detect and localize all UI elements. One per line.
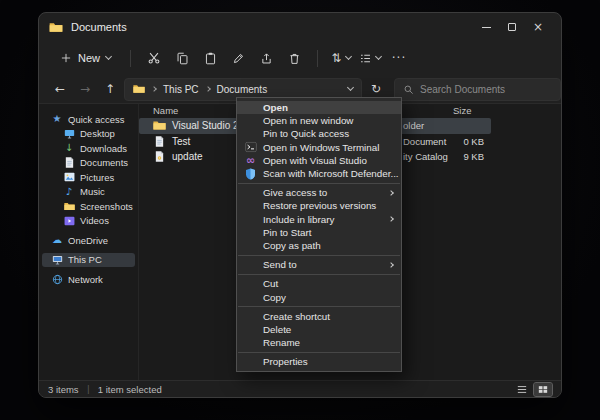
window-title: Documents bbox=[71, 21, 127, 33]
sidebar-item-onedrive[interactable]: ☁ OneDrive bbox=[42, 233, 135, 248]
close-button[interactable]: × bbox=[525, 17, 551, 37]
menu-separator bbox=[238, 306, 400, 307]
status-bar: 3 items | 1 item selected bbox=[39, 380, 561, 397]
menu-item-pin-to-quick-access[interactable]: Pin to Quick access bbox=[237, 127, 401, 140]
file-type: older bbox=[403, 120, 424, 131]
more-button[interactable]: ··· bbox=[386, 45, 412, 71]
sidebar-item-label: OneDrive bbox=[68, 235, 108, 246]
cut-button[interactable] bbox=[141, 45, 167, 71]
document-icon bbox=[63, 157, 75, 168]
column-header-size[interactable]: Size bbox=[453, 105, 471, 116]
sort-button[interactable]: ⇅ bbox=[328, 45, 354, 71]
picture-icon bbox=[63, 172, 75, 182]
share-button[interactable] bbox=[253, 45, 279, 71]
sidebar-item-quick-access[interactable]: ★ Quick access bbox=[42, 112, 135, 127]
chevron-down-icon bbox=[345, 53, 352, 60]
sidebar-item-label: This PC bbox=[68, 254, 102, 265]
sidebar-item-network[interactable]: Network bbox=[42, 272, 135, 287]
computer-icon bbox=[51, 255, 63, 265]
sidebar-item-label: Pictures bbox=[80, 172, 114, 183]
menu-item-open-with-visual-studio[interactable]: ∞ Open with Visual Studio bbox=[237, 154, 401, 167]
menu-item-open-in-windows-terminal[interactable]: Open in Windows Terminal bbox=[237, 141, 401, 154]
menu-item-create-shortcut[interactable]: Create shortcut bbox=[237, 310, 401, 323]
menu-separator bbox=[238, 255, 400, 256]
menu-item-copy-as-path[interactable]: Copy as path bbox=[237, 239, 401, 252]
list-view-icon bbox=[517, 385, 527, 394]
maximize-button[interactable] bbox=[499, 17, 525, 37]
sidebar-item-videos[interactable]: Videos bbox=[42, 214, 135, 229]
view-icon bbox=[359, 52, 372, 65]
status-divider: | bbox=[87, 384, 90, 394]
file-name: Test bbox=[172, 136, 190, 147]
menu-item-scan-with-microsoft-defender[interactable]: Scan with Microsoft Defender... bbox=[237, 167, 401, 180]
sidebar-item-this-pc[interactable]: This PC bbox=[42, 253, 135, 268]
menu-item-open-in-new-window[interactable]: Open in new window bbox=[237, 114, 401, 127]
maximize-icon bbox=[508, 23, 516, 31]
sidebar-item-label: Downloads bbox=[80, 143, 127, 154]
submenu-arrow-icon bbox=[388, 190, 394, 196]
rename-button[interactable] bbox=[225, 45, 251, 71]
menu-item-cut[interactable]: Cut bbox=[237, 277, 401, 290]
defender-shield-icon bbox=[244, 168, 257, 180]
delete-button[interactable] bbox=[281, 45, 307, 71]
sidebar-item-desktop[interactable]: Desktop bbox=[42, 127, 135, 142]
menu-item-copy[interactable]: Copy bbox=[237, 290, 401, 303]
music-icon: ♪ bbox=[63, 187, 75, 197]
sidebar-item-documents[interactable]: Documents bbox=[42, 156, 135, 171]
breadcrumb-item-documents[interactable]: Documents bbox=[217, 84, 268, 95]
copy-button[interactable] bbox=[169, 45, 195, 71]
address-dropdown-icon[interactable] bbox=[347, 84, 354, 91]
view-toggle-details[interactable] bbox=[513, 383, 531, 396]
view-button[interactable] bbox=[356, 45, 384, 71]
breadcrumb-item-this-pc[interactable]: This PC bbox=[163, 84, 199, 95]
sort-icon: ⇅ bbox=[331, 52, 341, 64]
chevron-right-icon bbox=[151, 86, 157, 92]
menu-separator bbox=[238, 183, 400, 184]
new-button[interactable]: New bbox=[51, 48, 120, 68]
new-button-label: New bbox=[78, 52, 100, 64]
menu-item-give-access-to[interactable]: Give access to bbox=[237, 186, 401, 199]
menu-item-delete[interactable]: Delete bbox=[237, 323, 401, 336]
more-icon: ··· bbox=[392, 52, 406, 64]
menu-item-open[interactable]: Open bbox=[237, 101, 401, 114]
menu-item-rename[interactable]: Rename bbox=[237, 336, 401, 349]
titlebar: Documents × bbox=[39, 13, 561, 41]
menu-item-properties[interactable]: Properties bbox=[237, 355, 401, 368]
column-header-name[interactable]: Name bbox=[153, 105, 178, 116]
folder-icon bbox=[49, 22, 63, 33]
plus-icon bbox=[60, 52, 72, 64]
menu-item-include-in-library[interactable]: Include in library bbox=[237, 213, 401, 226]
file-name: update bbox=[172, 151, 203, 162]
sidebar-item-downloads[interactable]: ↓ Downloads bbox=[42, 141, 135, 156]
download-icon: ↓ bbox=[63, 143, 75, 153]
chevron-down-icon bbox=[375, 53, 382, 60]
sidebar-item-screenshots[interactable]: Screenshots bbox=[42, 199, 135, 214]
certificate-icon bbox=[153, 151, 166, 162]
sidebar-item-pictures[interactable]: Pictures bbox=[42, 170, 135, 185]
paste-icon bbox=[204, 52, 217, 65]
minimize-button[interactable] bbox=[473, 17, 499, 37]
explorer-window: Documents × New ⇅ ··· ← → ↑ Th bbox=[38, 12, 562, 398]
sidebar-item-label: Screenshots bbox=[80, 201, 133, 212]
item-count: 3 items bbox=[48, 384, 79, 395]
sidebar-item-label: Quick access bbox=[68, 114, 125, 125]
menu-item-pin-to-start[interactable]: Pin to Start bbox=[237, 226, 401, 239]
menu-item-restore-previous-versions[interactable]: Restore previous versions bbox=[237, 199, 401, 212]
paste-button[interactable] bbox=[197, 45, 223, 71]
sidebar-item-label: Videos bbox=[80, 215, 109, 226]
sidebar-item-music[interactable]: ♪ Music bbox=[42, 185, 135, 200]
view-toggle-thumbnails[interactable] bbox=[534, 383, 552, 396]
thumbnail-view-icon bbox=[538, 385, 548, 394]
sidebar-item-label: Network bbox=[68, 274, 103, 285]
minimize-icon bbox=[482, 27, 491, 28]
search-box bbox=[394, 78, 561, 101]
toolbar-separator bbox=[130, 50, 131, 67]
search-input[interactable] bbox=[420, 84, 552, 95]
forward-button[interactable]: → bbox=[74, 78, 96, 100]
up-button[interactable]: ↑ bbox=[99, 78, 121, 100]
menu-item-send-to[interactable]: Send to bbox=[237, 258, 401, 271]
back-button[interactable]: ← bbox=[49, 78, 71, 100]
video-icon bbox=[63, 216, 75, 226]
copy-icon bbox=[176, 52, 189, 65]
star-icon: ★ bbox=[51, 114, 63, 124]
